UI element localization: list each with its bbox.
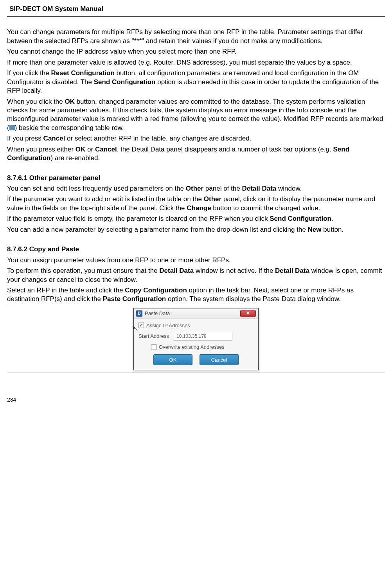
bold-term: OK bbox=[65, 98, 75, 105]
dialog-body: ↖ ✔ Assign IP Adresses Start Address Ove… bbox=[134, 319, 258, 370]
bold-term: New bbox=[308, 226, 322, 233]
assign-ip-checkbox[interactable]: ✔ bbox=[138, 323, 144, 328]
paragraph: If the parameter value field is empty, t… bbox=[7, 214, 385, 223]
paragraph: When you click the OK button, changed pa… bbox=[7, 97, 385, 133]
text: If you click the bbox=[7, 69, 51, 77]
bold-term: Copy Configuration bbox=[125, 287, 187, 294]
overwrite-checkbox[interactable] bbox=[151, 344, 156, 350]
bold-term: Cancel bbox=[43, 135, 65, 142]
bold-term: Detail Data bbox=[275, 267, 309, 274]
text: When you click the bbox=[7, 98, 65, 105]
dialog-title: Paste Data bbox=[145, 310, 240, 317]
manual-header: SIP-DECT OM System Manual bbox=[7, 5, 385, 17]
start-address-row: Start Address bbox=[138, 332, 254, 341]
text: When you press either bbox=[7, 146, 76, 153]
text: You can add a new parameter by selecting… bbox=[7, 226, 308, 233]
bold-term: Send Configuration bbox=[94, 78, 156, 86]
text: window is not active. If the bbox=[194, 267, 275, 274]
text: option. The system displays the Paste Da… bbox=[166, 295, 341, 303]
cursor-icon: ↖ bbox=[131, 324, 139, 333]
text: button. bbox=[322, 226, 344, 233]
bold-term: Send Configuration bbox=[270, 215, 331, 222]
text: button to commit the changed value. bbox=[211, 204, 320, 212]
paragraph: To perform this operation, you must ensu… bbox=[7, 267, 385, 284]
paragraph: If you click the Reset Configuration but… bbox=[7, 69, 385, 95]
text: window. bbox=[276, 185, 302, 192]
text: If you press bbox=[7, 135, 43, 142]
bold-term: Detail Data bbox=[242, 185, 276, 192]
overwrite-row: Overwrite existing Addresses bbox=[151, 344, 254, 350]
text: To perform this operation, you must ensu… bbox=[7, 267, 159, 274]
start-address-label: Start Address bbox=[138, 333, 170, 339]
paste-data-dialog-figure: D Paste Data ✕ ↖ ✔ Assign IP Adresses St… bbox=[7, 306, 385, 373]
bold-term: Change bbox=[187, 204, 211, 212]
bold-term: OK bbox=[76, 146, 86, 153]
dialog-button-row: OK Cancel bbox=[138, 354, 254, 365]
text: or bbox=[85, 146, 95, 153]
text: ) are re-enabled. bbox=[50, 154, 100, 162]
overwrite-label: Overwrite existing Addresses bbox=[159, 344, 225, 350]
section-heading-copy-and-paste: 8.7.6.2 Copy and Paste bbox=[7, 245, 385, 254]
section-heading-other-parameter-panel: 8.7.6.1 Other parameter panel bbox=[7, 174, 385, 182]
paragraph: If more than one parameter value is allo… bbox=[7, 58, 385, 67]
page-content: You can change parameters for multiple R… bbox=[7, 28, 385, 403]
page-number: 234 bbox=[7, 396, 385, 403]
cancel-button[interactable]: Cancel bbox=[200, 354, 239, 365]
paste-data-dialog: D Paste Data ✕ ↖ ✔ Assign IP Adresses St… bbox=[133, 308, 259, 370]
paragraph: If you press Cancel or select another RF… bbox=[7, 134, 385, 143]
bold-term: Other bbox=[186, 185, 203, 192]
text: ) beside the corresponding table row. bbox=[15, 124, 124, 132]
bold-term: Cancel bbox=[95, 146, 117, 153]
modified-marker-icon bbox=[9, 125, 15, 130]
assign-ip-label: Assign IP Adresses bbox=[146, 322, 190, 329]
text: , the Detail Data panel disappears and a… bbox=[117, 146, 333, 153]
paragraph: You can set and edit less frequently use… bbox=[7, 184, 385, 193]
manual-title: SIP-DECT OM System Manual bbox=[7, 5, 385, 13]
bold-term: Paste Configuration bbox=[103, 295, 166, 303]
text: or select another RFP in the table, any … bbox=[65, 135, 251, 142]
paragraph: If the parameter you want to add or edit… bbox=[7, 195, 385, 213]
bold-term: Detail Data bbox=[159, 267, 194, 274]
text: panel of the bbox=[203, 185, 242, 192]
bold-term: Reset Configuration bbox=[51, 69, 114, 77]
ok-button[interactable]: OK bbox=[153, 354, 192, 365]
paragraph: You can change parameters for multiple R… bbox=[7, 28, 385, 45]
text: You can set and edit less frequently use… bbox=[7, 185, 186, 192]
paragraph: You can assign parameter values from one… bbox=[7, 256, 385, 265]
text: Select an RFP in the table and click the bbox=[7, 287, 125, 294]
bold-term: Other bbox=[204, 195, 221, 203]
start-address-input[interactable] bbox=[174, 332, 232, 341]
paragraph: When you press either OK or Cancel, the … bbox=[7, 145, 385, 163]
paragraph: Select an RFP in the table and click the… bbox=[7, 286, 385, 304]
assign-ip-row: ✔ Assign IP Adresses bbox=[138, 322, 254, 329]
dialog-app-icon: D bbox=[136, 310, 142, 317]
close-button[interactable]: ✕ bbox=[240, 310, 256, 317]
text: . bbox=[331, 215, 333, 222]
paragraph: You cannot change the IP address value w… bbox=[7, 47, 385, 56]
dialog-titlebar: D Paste Data ✕ bbox=[134, 308, 258, 319]
text: If the parameter you want to add or edit… bbox=[7, 195, 204, 203]
paragraph: You can add a new parameter by selecting… bbox=[7, 225, 385, 234]
text: If the parameter value field is empty, t… bbox=[7, 215, 270, 222]
